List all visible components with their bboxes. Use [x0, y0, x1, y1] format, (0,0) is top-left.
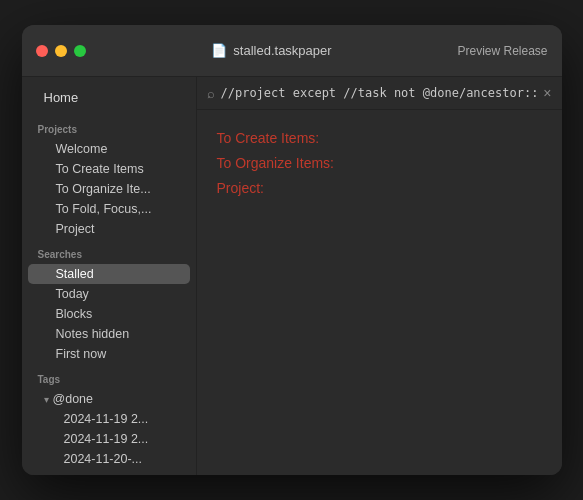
main-panel: ⌕ × To Create Items: To Organize Items: … [197, 77, 562, 475]
sidebar-item-first-now[interactable]: First now [28, 344, 190, 364]
sidebar-tag-done[interactable]: ▾ @done [28, 389, 190, 409]
search-clear-button[interactable]: × [543, 85, 551, 101]
sidebar-item-create-items[interactable]: To Create Items [28, 159, 190, 179]
titlebar: 📄 stalled.taskpaper Preview Release [22, 25, 562, 77]
sidebar-item-today[interactable]: Today [28, 284, 190, 304]
sidebar-section-tags: Tags [22, 364, 196, 389]
sidebar-item-welcome[interactable]: Welcome [28, 139, 190, 159]
minimize-button[interactable] [55, 45, 67, 57]
traffic-lights [36, 45, 86, 57]
sidebar-item-organize-items[interactable]: To Organize Ite... [28, 179, 190, 199]
sidebar-tag-child-1[interactable]: 2024-11-19 2... [28, 409, 190, 429]
editor-line-3: Project: [217, 176, 542, 201]
sidebar-item-notes-hidden[interactable]: Notes hidden [28, 324, 190, 344]
sidebar-item-stalled[interactable]: Stalled [28, 264, 190, 284]
editor-line-2: To Organize Items: [217, 151, 542, 176]
search-input[interactable] [221, 86, 538, 100]
sidebar-item-home[interactable]: Home [28, 87, 190, 108]
sidebar: Home Projects Welcome To Create Items To… [22, 77, 197, 475]
close-button[interactable] [36, 45, 48, 57]
editor: To Create Items: To Organize Items: Proj… [197, 110, 562, 475]
preview-badge: Preview Release [457, 44, 547, 58]
search-icon: ⌕ [207, 86, 215, 101]
sidebar-section-searches: Searches [22, 239, 196, 264]
search-bar: ⌕ × [197, 77, 562, 110]
main-content: Home Projects Welcome To Create Items To… [22, 77, 562, 475]
sidebar-tag-child-2[interactable]: 2024-11-19 2... [28, 429, 190, 449]
file-name: stalled.taskpaper [233, 43, 331, 58]
chevron-icon: ▾ [44, 394, 49, 405]
titlebar-center: 📄 stalled.taskpaper [86, 43, 458, 58]
sidebar-section-projects: Projects [22, 114, 196, 139]
sidebar-item-fold-focus[interactable]: To Fold, Focus,... [28, 199, 190, 219]
sidebar-item-blocks[interactable]: Blocks [28, 304, 190, 324]
sidebar-tag-done-label: @done [53, 392, 94, 406]
editor-line-1: To Create Items: [217, 126, 542, 151]
maximize-button[interactable] [74, 45, 86, 57]
file-icon: 📄 [211, 43, 227, 58]
app-window: 📄 stalled.taskpaper Preview Release Home… [22, 25, 562, 475]
sidebar-tag-child-3[interactable]: 2024-11-20-... [28, 449, 190, 469]
sidebar-item-project[interactable]: Project [28, 219, 190, 239]
